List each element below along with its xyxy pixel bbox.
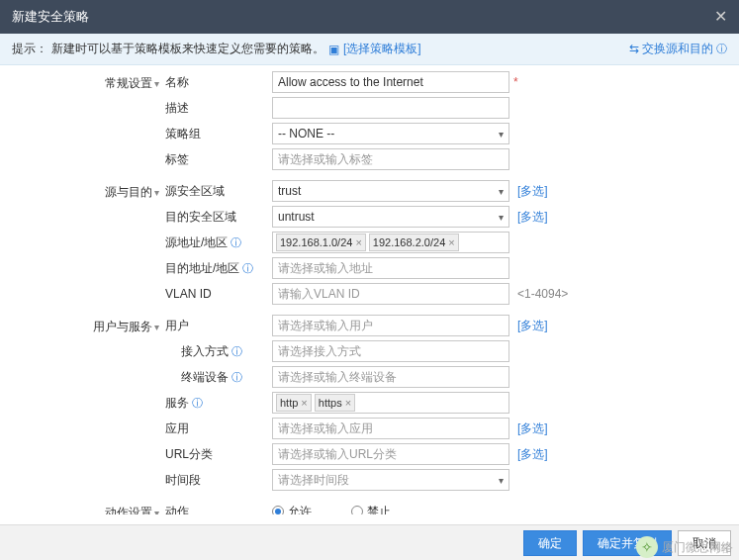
vlan-hint: <1-4094> [517,287,568,301]
label-terminal: 终端设备ⓘ [163,369,272,386]
time-range-select[interactable]: 请选择时间段▾ [272,469,509,491]
select-template-link[interactable]: [选择策略模板] [343,41,421,57]
remove-token-icon[interactable]: × [345,395,351,412]
radio-off-icon [351,506,363,514]
label-group: 策略组 [163,126,272,142]
urlcat-input[interactable] [272,443,509,465]
chevron-down-icon: ▾ [499,212,504,223]
label-desc: 描述 [163,100,272,117]
src-zone-select[interactable]: trust▾ [272,180,509,202]
remove-token-icon[interactable]: × [355,234,361,251]
service-token: http× [276,394,312,412]
help-icon[interactable]: ⓘ [242,262,253,274]
tip-text: 新建时可以基于策略模板来快速定义您需要的策略。 [51,41,324,57]
label-access: 接入方式ⓘ [163,343,272,360]
ok-button[interactable]: 确定 [523,530,577,556]
chevron-down-icon: ▾ [499,129,504,140]
chevron-down-icon: ▾ [499,186,504,197]
radio-on-icon [272,506,284,514]
policy-group-select[interactable]: -- NONE --▾ [272,123,509,144]
chevron-down-icon: ▾ [154,508,159,514]
action-deny-radio[interactable]: 禁止 [351,504,391,515]
service-token: https× [315,394,355,412]
close-icon[interactable]: ✕ [714,0,727,34]
tag-input[interactable] [272,148,509,170]
section-action[interactable]: 动作设置▾ [10,501,163,514]
label-src-addr: 源地址/地区ⓘ [163,234,272,251]
dst-zone-multi[interactable]: [多选] [517,209,548,226]
label-action: 动作 [163,504,272,515]
swap-src-dst-link[interactable]: ⇆ 交换源和目的 ⓘ [629,41,727,57]
label-service: 服务ⓘ [163,395,272,412]
dialog-header: 新建安全策略 ✕ [0,0,739,34]
book-icon: ▣ [328,43,339,56]
service-tokens[interactable]: http× https× [272,392,509,414]
ok-copy-button[interactable]: 确定并复制 [583,530,672,556]
chevron-down-icon: ▾ [499,475,504,486]
label-tag: 标签 [163,151,272,168]
help-icon: ⓘ [713,43,727,54]
chevron-down-icon: ▾ [154,78,159,89]
help-icon[interactable]: ⓘ [231,236,241,248]
dialog-title: 新建安全策略 [12,0,89,34]
chevron-down-icon: ▾ [154,322,159,332]
desc-input[interactable] [272,97,509,119]
app-input[interactable] [272,418,509,439]
src-zone-multi[interactable]: [多选] [517,183,548,200]
label-dst-addr: 目的地址/地区ⓘ [163,260,272,277]
dst-addr-input[interactable] [272,257,509,279]
help-icon[interactable]: ⓘ [231,345,242,357]
terminal-input[interactable] [272,366,509,388]
watermark-ghost: 博客 [709,541,731,556]
form-area: 常规设置▾ 名称 * 描述 策略组 -- NONE --▾ 标 [0,65,739,514]
action-allow-radio[interactable]: 允许 [272,504,312,515]
dst-zone-select[interactable]: untrust▾ [272,206,509,228]
app-multi[interactable]: [多选] [517,420,548,437]
user-multi[interactable]: [多选] [517,318,548,334]
section-usersvc[interactable]: 用户与服务▾ [10,315,163,335]
section-general[interactable]: 常规设置▾ [10,71,163,92]
chevron-down-icon: ▾ [154,187,159,198]
label-urlcat: URL分类 [163,446,272,463]
label-name: 名称 [163,74,272,91]
dialog-footer: 确定 确定并复制 取消 [0,524,739,560]
access-input[interactable] [272,340,509,362]
section-srcdst[interactable]: 源与目的▾ [10,180,163,201]
required-mark: * [513,75,518,89]
tip-bar: 提示： 新建时可以基于策略模板来快速定义您需要的策略。 ▣ [选择策略模板] ⇆… [0,34,739,65]
label-app: 应用 [163,420,272,437]
user-input[interactable] [272,315,509,336]
urlcat-multi[interactable]: [多选] [517,446,548,463]
help-icon[interactable]: ⓘ [231,371,242,383]
address-token: 192.168.2.0/24× [369,233,459,251]
remove-token-icon[interactable]: × [301,395,307,412]
help-icon[interactable]: ⓘ [192,397,203,409]
label-dst-zone: 目的安全区域 [163,209,272,226]
label-user: 用户 [163,318,272,334]
vlan-input[interactable] [272,283,509,305]
src-addr-tokens[interactable]: 192.168.1.0/24× 192.168.2.0/24× [272,232,509,253]
remove-token-icon[interactable]: × [448,234,454,251]
tip-prefix: 提示： [12,41,47,57]
label-time: 时间段 [163,472,272,489]
address-token: 192.168.1.0/24× [276,233,366,251]
label-src-zone: 源安全区域 [163,183,272,200]
label-vlan: VLAN ID [163,287,272,301]
name-input[interactable] [272,71,509,93]
